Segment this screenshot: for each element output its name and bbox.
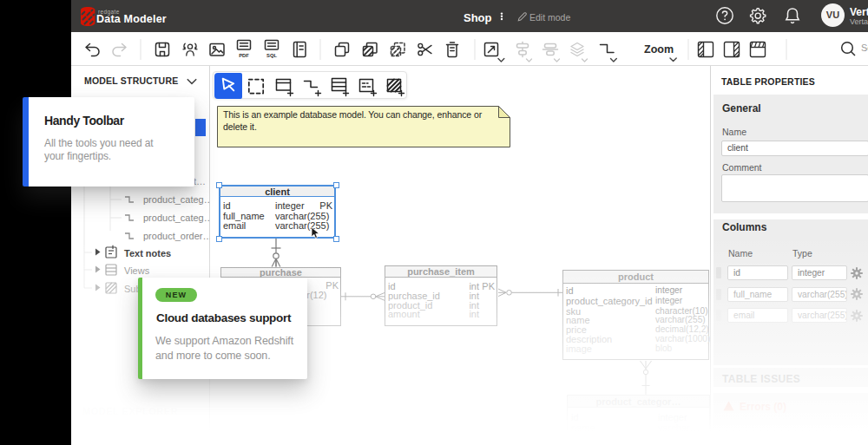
- svg-text:SQL: SQL: [266, 53, 277, 58]
- svg-text:Zoom: Zoom: [644, 43, 674, 56]
- svg-text:Sear: Sear: [861, 43, 868, 53]
- svg-text:PDF: PDF: [239, 53, 249, 58]
